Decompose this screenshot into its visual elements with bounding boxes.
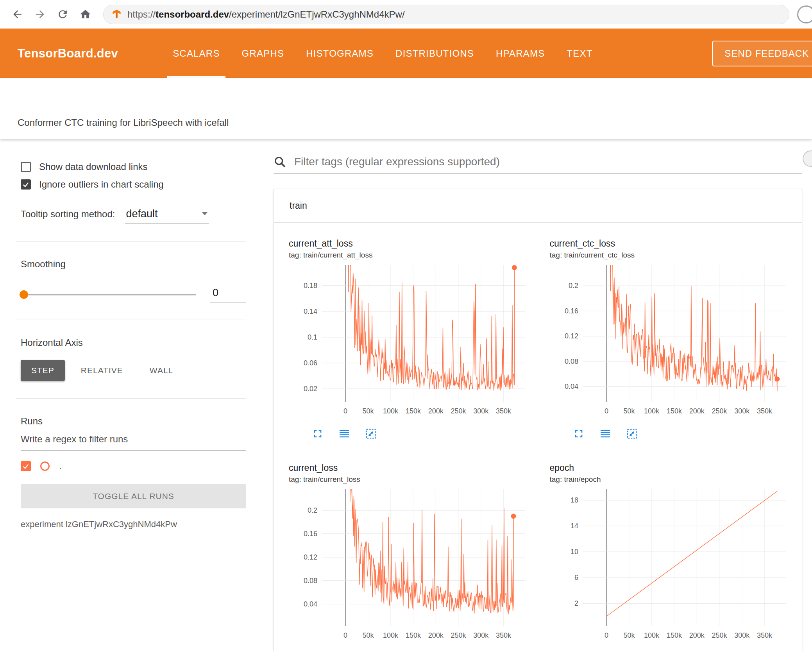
svg-text:0.08: 0.08 bbox=[564, 358, 578, 365]
axis-wall-button[interactable]: WALL bbox=[139, 360, 184, 381]
back-button[interactable] bbox=[7, 4, 27, 25]
fullscreen-button[interactable] bbox=[311, 427, 324, 440]
experiment-title: Conformer CTC training for LibriSpeech w… bbox=[18, 117, 229, 128]
main-nav-tabs: SCALARS GRAPHS HISTOGRAMS DISTRIBUTIONS … bbox=[162, 29, 603, 78]
svg-text:0: 0 bbox=[343, 407, 347, 415]
svg-text:2: 2 bbox=[574, 599, 578, 607]
ignore-outliers-checkbox[interactable] bbox=[21, 179, 31, 190]
smoothing-slider[interactable] bbox=[21, 294, 196, 295]
svg-text:250k: 250k bbox=[451, 407, 466, 415]
ignore-outliers-row[interactable]: Ignore outliers in chart scaling bbox=[21, 179, 246, 190]
send-feedback-button[interactable]: SEND FEEDBACK bbox=[712, 41, 812, 66]
svg-text:0.06: 0.06 bbox=[304, 359, 317, 367]
svg-text:150k: 150k bbox=[666, 631, 682, 639]
profile-avatar[interactable] bbox=[797, 5, 812, 23]
home-icon bbox=[79, 8, 91, 20]
svg-text:50k: 50k bbox=[362, 631, 374, 639]
tooltip-sorting-label: Tooltip sorting method: bbox=[21, 209, 115, 220]
tab-distributions[interactable]: DISTRIBUTIONS bbox=[385, 29, 485, 78]
svg-text:0.16: 0.16 bbox=[304, 530, 317, 538]
toggle-all-runs-button[interactable]: TOGGLE ALL RUNS bbox=[21, 484, 246, 508]
fullscreen-button[interactable] bbox=[572, 427, 585, 440]
sidebar-divider bbox=[16, 320, 246, 320]
tab-histograms[interactable]: HISTOGRAMS bbox=[295, 29, 385, 78]
runs-regex-input[interactable] bbox=[21, 429, 246, 451]
svg-text:300k: 300k bbox=[473, 407, 489, 415]
svg-text:0: 0 bbox=[605, 631, 608, 639]
url-path: /experiment/lzGnETjwRxC3yghNMd4kPw/ bbox=[229, 9, 404, 20]
epoch-chart[interactable]: 050k100k150k200k250k300k350k26101418 bbox=[550, 485, 796, 646]
svg-text:0.14: 0.14 bbox=[304, 308, 317, 315]
run-name: . bbox=[59, 461, 62, 472]
slider-thumb[interactable] bbox=[20, 290, 28, 299]
partial-circle-button[interactable] bbox=[803, 150, 812, 167]
svg-text:14: 14 bbox=[570, 522, 578, 530]
svg-text:0.02: 0.02 bbox=[304, 385, 317, 393]
svg-text:100k: 100k bbox=[383, 631, 399, 639]
svg-text:50k: 50k bbox=[362, 407, 374, 415]
url-text: https://tensorboard.dev/experiment/lzGnE… bbox=[127, 9, 405, 20]
show-download-links-row[interactable]: Show data download links bbox=[21, 161, 246, 172]
show-download-links-label: Show data download links bbox=[39, 161, 148, 172]
tensorboard-favicon bbox=[111, 9, 122, 20]
run-checkbox[interactable] bbox=[21, 461, 31, 471]
fullscreen-icon bbox=[311, 427, 324, 440]
tooltip-sorting-value: default bbox=[126, 208, 157, 220]
tensorboard-logo: TensorBoard.dev bbox=[18, 46, 118, 61]
svg-text:0.08: 0.08 bbox=[304, 577, 317, 585]
svg-text:250k: 250k bbox=[712, 407, 727, 415]
url-scheme: https:// bbox=[127, 9, 156, 20]
home-button[interactable] bbox=[75, 4, 95, 25]
filter-tags-row bbox=[274, 155, 802, 174]
experiment-title-bar: Conformer CTC training for LibriSpeech w… bbox=[0, 78, 812, 139]
svg-text:0.1: 0.1 bbox=[308, 333, 317, 341]
tab-graphs[interactable]: GRAPHS bbox=[231, 29, 295, 78]
current-ctc-loss-chart[interactable]: 050k100k150k200k250k300k350k0.040.080.12… bbox=[550, 260, 796, 422]
svg-text:200k: 200k bbox=[689, 631, 705, 639]
forward-button[interactable] bbox=[30, 4, 50, 25]
tooltip-sorting-select[interactable]: default bbox=[125, 208, 209, 224]
axis-step-button[interactable]: STEP bbox=[21, 360, 65, 381]
reload-button[interactable] bbox=[52, 4, 73, 25]
chart-title: current_att_loss bbox=[289, 238, 535, 249]
smoothing-value-input[interactable] bbox=[210, 287, 246, 302]
svg-text:18: 18 bbox=[570, 496, 578, 504]
tab-hparams[interactable]: HPARAMS bbox=[485, 29, 556, 78]
fit-domain-icon bbox=[365, 427, 377, 440]
svg-text:250k: 250k bbox=[451, 631, 466, 639]
log-scale-button[interactable] bbox=[599, 427, 612, 440]
fit-domain-button[interactable] bbox=[365, 427, 377, 440]
svg-text:0: 0 bbox=[343, 631, 347, 639]
search-icon bbox=[274, 156, 286, 168]
current-att-loss-chart[interactable]: 050k100k150k200k250k300k350k0.020.060.10… bbox=[289, 260, 535, 422]
tab-scalars[interactable]: SCALARS bbox=[162, 29, 231, 78]
show-download-links-checkbox[interactable] bbox=[21, 162, 31, 172]
svg-text:350k: 350k bbox=[757, 631, 772, 639]
horizontal-axis-buttons: STEP RELATIVE WALL bbox=[21, 360, 246, 381]
svg-text:150k: 150k bbox=[406, 407, 421, 415]
svg-text:6: 6 bbox=[574, 574, 578, 581]
chart-block-epoch: epoch tag: train/epoch 050k100k150k200k2… bbox=[538, 463, 799, 646]
horizontal-axis-label: Horizontal Axis bbox=[21, 337, 246, 348]
tag-group-header[interactable]: train bbox=[274, 189, 802, 223]
log-scale-icon bbox=[338, 427, 351, 440]
experiment-id-line: experiment lzGnETjwRxC3yghNMd4kPw bbox=[21, 519, 246, 529]
svg-text:100k: 100k bbox=[644, 631, 660, 639]
address-bar[interactable]: https://tensorboard.dev/experiment/lzGnE… bbox=[103, 5, 789, 24]
svg-text:150k: 150k bbox=[406, 631, 421, 639]
settings-sidebar: Show data download links Ignore outliers… bbox=[0, 139, 258, 651]
filter-tags-input[interactable] bbox=[293, 155, 802, 168]
run-color-swatch bbox=[40, 461, 50, 471]
axis-relative-button[interactable]: RELATIVE bbox=[70, 360, 134, 381]
fit-domain-button[interactable] bbox=[626, 427, 638, 440]
log-scale-button[interactable] bbox=[338, 427, 351, 440]
tab-text[interactable]: TEXT bbox=[556, 29, 603, 78]
current-loss-chart[interactable]: 050k100k150k200k250k300k350k0.040.080.12… bbox=[289, 485, 535, 646]
svg-text:200k: 200k bbox=[689, 407, 705, 415]
svg-text:0.2: 0.2 bbox=[568, 282, 578, 290]
svg-text:0.2: 0.2 bbox=[308, 506, 317, 514]
run-row[interactable]: . bbox=[21, 461, 246, 472]
smoothing-label: Smoothing bbox=[21, 259, 246, 270]
tensorboard-header: TensorBoard.dev SCALARS GRAPHS HISTOGRAM… bbox=[0, 29, 812, 78]
content-area: Show data download links Ignore outliers… bbox=[0, 139, 812, 651]
